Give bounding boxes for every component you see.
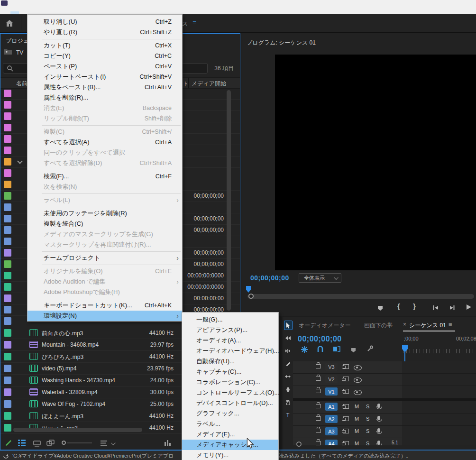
toggle-track-output-icon[interactable] <box>354 390 362 395</box>
snap-magnet-icon[interactable] <box>317 346 324 355</box>
play-icon[interactable] <box>466 304 472 312</box>
linked-selection-icon[interactable] <box>333 346 340 354</box>
sync-lock-icon[interactable] <box>343 404 349 409</box>
menu-item[interactable]: 複製を統合(C) › <box>27 219 182 229</box>
label-color-swatch[interactable] <box>4 306 11 313</box>
menu-item[interactable]: 消去(E) Backspace › <box>27 103 182 113</box>
label-color-swatch[interactable] <box>4 101 11 109</box>
tab-sequence-active[interactable]: シーケンス 01 <box>409 322 446 330</box>
menu-item[interactable]: オリジナルを編集(O) Ctrl+E › <box>27 266 182 276</box>
menu-item[interactable]: メディアのマスタークリップを生成(G) › <box>27 229 182 239</box>
label-color-swatch[interactable] <box>4 329 11 337</box>
video-track-row[interactable]: V1 <box>293 386 476 398</box>
track-lock-icon[interactable] <box>316 377 321 381</box>
solo-button[interactable]: S <box>366 428 369 434</box>
zoom-slider-handle[interactable] <box>62 441 66 445</box>
audio-track-row[interactable]: A2 M S <box>293 414 476 426</box>
sync-lock-icon[interactable] <box>343 429 349 433</box>
menu-item[interactable]: 取り消し(U) Ctrl+Z › <box>27 17 182 27</box>
menu-item[interactable]: 属性をペースト(B)... Ctrl+Alt+V › <box>27 82 182 92</box>
freeform-view-icon[interactable] <box>46 440 55 448</box>
menu-item[interactable]: やり直し(R) Ctrl+Shift+Z › <box>27 27 182 37</box>
media-name[interactable]: 前向きの心.mp3 <box>42 330 83 338</box>
sync-status-icon[interactable] <box>3 452 9 460</box>
menu-item[interactable]: メディアキャッシュ... <box>182 440 278 450</box>
timeline-timecode[interactable]: 00;00;00;00 <box>298 335 342 343</box>
vertical-scrollbar[interactable] <box>227 90 231 311</box>
menu-item[interactable]: インサートペースト(I) Ctrl+Shift+V › <box>27 72 182 82</box>
track-lock-icon[interactable] <box>316 416 321 421</box>
zoom-level-select[interactable]: 全体表示 <box>299 273 341 283</box>
sync-lock-icon[interactable] <box>343 416 349 421</box>
media-name[interactable]: ぼよよーん.mp3 <box>42 413 83 421</box>
program-scroll-knob[interactable] <box>248 294 254 299</box>
folder-up-icon[interactable] <box>4 48 12 57</box>
menu-item[interactable]: メディア(E)... <box>182 429 278 440</box>
menu-bar-item[interactable] <box>2 11 10 14</box>
label-color-swatch[interactable] <box>4 158 11 166</box>
mute-button[interactable]: M <box>355 416 359 422</box>
writable-pencil-icon[interactable] <box>5 439 12 449</box>
sync-lock-icon[interactable] <box>343 364 349 369</box>
solo-button[interactable]: S <box>366 441 369 445</box>
icon-view-icon[interactable] <box>33 440 41 449</box>
menu-item[interactable]: 同一のクリップをすべて選択 › <box>27 147 182 158</box>
workspace-tab-partial[interactable]: ス <box>182 20 188 28</box>
selection-tool[interactable] <box>284 321 293 330</box>
menu-item[interactable]: カット(T) Ctrl+X › <box>27 40 182 51</box>
menu-item[interactable]: 次を検索(N) › <box>27 182 182 192</box>
label-color-swatch[interactable] <box>4 249 11 257</box>
tab-sequence-other[interactable]: 画面下の帯 <box>364 322 393 330</box>
menu-item[interactable]: オーディオ(A)... <box>182 335 278 346</box>
video-track-row[interactable]: V2 <box>293 374 476 386</box>
toggle-track-output-icon[interactable] <box>354 365 362 370</box>
menu-item[interactable]: 一般(G)... <box>182 314 278 325</box>
menu-item[interactable]: 未使用のフッテージを削除(R) › <box>27 208 182 219</box>
solo-button[interactable]: S <box>366 404 369 409</box>
label-color-swatch[interactable] <box>4 147 11 154</box>
timeline-ruler[interactable] <box>403 349 476 353</box>
pen-tool[interactable] <box>284 385 292 394</box>
ripple-edit-tool[interactable] <box>284 347 292 355</box>
voiceover-mic-icon[interactable] <box>377 416 380 420</box>
track-target-badge[interactable]: A1 <box>325 403 338 411</box>
menu-item[interactable]: 自動保存(U)... <box>182 356 278 367</box>
track-lock-icon[interactable] <box>316 441 321 445</box>
menu-item[interactable]: キーボードショートカット(K)... Ctrl+Alt+K › <box>27 300 182 311</box>
home-icon[interactable] <box>5 18 14 30</box>
label-color-swatch[interactable] <box>4 135 11 143</box>
column-divider[interactable] <box>188 78 189 88</box>
razor-tool[interactable] <box>284 359 292 368</box>
label-color-swatch[interactable] <box>4 238 11 245</box>
menu-item[interactable]: リップル削除(T) Shift+削除 › <box>27 113 182 124</box>
breadcrumb[interactable]: TV <box>16 49 23 56</box>
voiceover-mic-icon[interactable] <box>377 404 380 408</box>
mute-button[interactable]: M <box>355 441 359 445</box>
menu-item[interactable]: キャプチャ(C)... <box>182 367 278 377</box>
label-color-swatch[interactable] <box>4 294 11 302</box>
media-name[interactable]: Washing Hands - 34730.mp4 <box>42 377 115 384</box>
sync-lock-icon[interactable] <box>343 389 349 394</box>
go-to-in-icon[interactable] <box>432 304 439 313</box>
label-color-swatch[interactable] <box>4 377 11 384</box>
menu-item[interactable]: 属性を削除(R)... › <box>27 92 182 103</box>
track-select-forward-tool[interactable] <box>284 334 292 342</box>
label-color-swatch[interactable] <box>4 124 11 131</box>
track-target-badge[interactable]: A3 <box>325 427 338 435</box>
sync-lock-icon[interactable] <box>343 441 349 445</box>
list-view-icon[interactable] <box>18 440 26 448</box>
menu-item[interactable]: Adobe Audition で編集 › <box>27 276 182 287</box>
horizontal-scrollbar[interactable] <box>13 428 142 432</box>
menu-item[interactable]: コピー(Y) Ctrl+C › <box>27 51 182 61</box>
label-color-swatch[interactable] <box>4 203 11 211</box>
label-color-swatch[interactable] <box>4 192 11 200</box>
label-color-swatch[interactable] <box>4 283 11 291</box>
label-color-swatch[interactable] <box>4 341 11 349</box>
audio-track-row[interactable]: A1 M S <box>293 401 476 414</box>
mark-in-icon[interactable]: { <box>397 302 400 310</box>
hand-tool[interactable] <box>284 398 292 406</box>
menu-item[interactable]: コラボレーション(C)... <box>182 377 278 387</box>
menu-item[interactable]: ラベル... <box>182 419 278 429</box>
menu-item[interactable]: デバイスコントロール(D)... <box>182 398 278 408</box>
add-marker-icon[interactable] <box>351 346 356 355</box>
